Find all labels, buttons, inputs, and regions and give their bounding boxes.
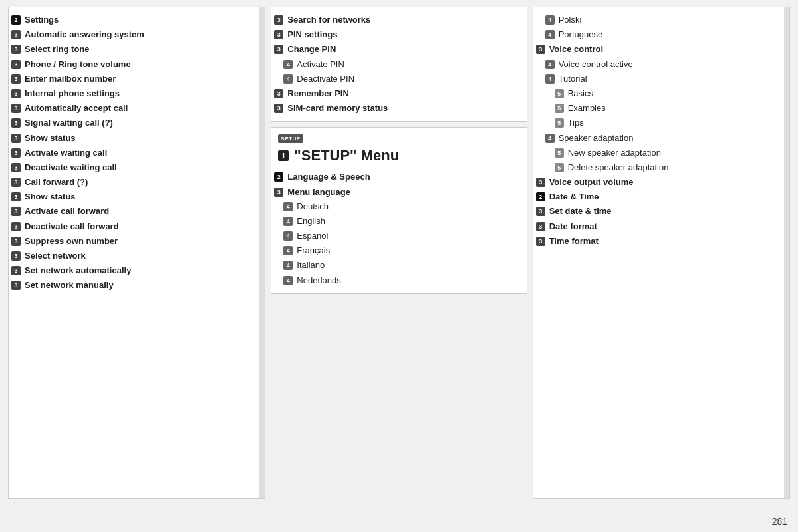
list-item: 3Select network xyxy=(9,249,265,263)
item-label: Deactivate waiting call xyxy=(25,162,117,174)
list-item: 3PIN settings xyxy=(271,27,526,42)
middle-column: 3Search for networks3PIN settings3Change… xyxy=(271,7,527,294)
item-label: Automatically accept call xyxy=(25,102,128,114)
level-badge: 4 xyxy=(545,60,555,69)
list-item: 3Call forward (?) xyxy=(9,175,265,190)
level-badge: 3 xyxy=(11,207,21,216)
list-item: 3Menu language xyxy=(271,185,526,200)
level-badge: 3 xyxy=(274,45,283,54)
setup-menu-items: 2Language & Speech3Menu language4Deutsch… xyxy=(271,170,526,288)
item-label: Activate PIN xyxy=(297,59,344,70)
level-badge: 4 xyxy=(545,15,555,25)
item-label: Activate call forward xyxy=(25,205,109,217)
level-badge: 5 xyxy=(555,148,564,158)
item-label: Deutsch xyxy=(297,201,329,213)
level-badge: 3 xyxy=(11,118,21,128)
item-label: Polski xyxy=(559,14,582,26)
level-badge: 3 xyxy=(11,266,21,275)
list-item: 3Remember PIN xyxy=(271,86,526,101)
item-label: PIN settings xyxy=(287,29,337,41)
item-label: Tips xyxy=(568,117,584,129)
list-item: 5Delete speaker adaptation xyxy=(533,160,789,175)
list-item: 3Time format xyxy=(533,234,789,249)
item-label: Español xyxy=(297,230,328,242)
item-label: Automatic answering system xyxy=(25,29,144,41)
level-badge: 3 xyxy=(536,178,545,187)
item-label: Voice output volume xyxy=(549,176,634,188)
item-label: Voice control active xyxy=(559,59,633,70)
list-item: 4Italiano xyxy=(271,258,526,273)
item-label: English xyxy=(297,215,325,227)
level-badge: 5 xyxy=(555,104,564,113)
item-label: Remember PIN xyxy=(287,88,348,100)
setup-header: SETUP xyxy=(271,128,526,147)
list-item: 5Tips xyxy=(533,116,789,130)
item-label: Phone / Ring tone volume xyxy=(25,59,131,70)
list-item: 3Deactivate waiting call xyxy=(9,160,265,175)
item-label: Nederlands xyxy=(297,275,341,287)
level-badge: 2 xyxy=(536,192,545,201)
level-badge: 3 xyxy=(11,237,21,246)
list-item: 4Activate PIN xyxy=(271,57,526,72)
level-badge: 4 xyxy=(283,231,293,241)
level-badge: 4 xyxy=(283,276,293,285)
item-label: Show status xyxy=(25,191,76,203)
item-label: Language & Speech xyxy=(287,171,370,183)
level-badge: 3 xyxy=(11,148,21,158)
level-badge: 4 xyxy=(283,74,293,84)
level-badge: 4 xyxy=(283,60,293,69)
list-item: 3Automatically accept call xyxy=(9,101,265,116)
level-badge: 3 xyxy=(274,188,283,197)
list-item: 3Select ring tone xyxy=(9,42,265,57)
list-item: 3Automatic answering system xyxy=(9,27,265,42)
list-item: 4Nederlands xyxy=(271,273,526,288)
list-item: 3Show status xyxy=(9,131,265,146)
right-column: 4Polski4Portuguese3Voice control4Voice c… xyxy=(533,7,790,499)
level-badge: 5 xyxy=(555,163,564,172)
level-badge: 4 xyxy=(283,246,293,255)
level-badge: 3 xyxy=(536,45,545,54)
list-item: 3Deactivate call forward xyxy=(9,219,265,234)
level-badge: 2 xyxy=(11,15,21,25)
list-item: 4Polski xyxy=(533,13,789,27)
item-label: Delete speaker adaptation xyxy=(568,162,669,174)
item-label: Menu language xyxy=(287,186,350,198)
item-label: Set network automatically xyxy=(25,265,131,277)
level-badge: 3 xyxy=(274,15,283,25)
item-label: Date format xyxy=(549,221,597,233)
setup-level1-badge: 1 xyxy=(278,150,289,161)
list-item: 4Français xyxy=(271,243,526,258)
level-badge: 4 xyxy=(283,261,293,270)
item-label: Français xyxy=(297,245,330,257)
list-item: 3Activate call forward xyxy=(9,204,265,219)
list-item: 3Set date & time xyxy=(533,204,789,219)
list-item: 4Voice control active xyxy=(533,57,789,72)
list-item: 3Date format xyxy=(533,219,789,234)
list-item: 3Internal phone settings xyxy=(9,86,265,101)
list-item: 3Enter mailbox number xyxy=(9,72,265,86)
level-badge: 5 xyxy=(555,89,564,98)
level-badge: 3 xyxy=(11,163,21,172)
level-badge: 3 xyxy=(11,45,21,54)
setup-icon-label: SETUP xyxy=(278,134,303,143)
item-label: Search for networks xyxy=(287,14,370,26)
list-item: 3Change PIN xyxy=(271,42,526,57)
level-badge: 3 xyxy=(274,89,283,98)
list-item: 2Language & Speech xyxy=(271,170,526,184)
list-item: 4Portuguese xyxy=(533,27,789,42)
item-label: SIM-card memory status xyxy=(287,102,388,114)
middle-top-menu: 3Search for networks3PIN settings3Change… xyxy=(271,13,526,116)
item-label: Select ring tone xyxy=(25,43,90,55)
item-label: Deactivate PIN xyxy=(297,73,354,85)
level-badge: 4 xyxy=(545,30,555,39)
list-item: 3Activate waiting call xyxy=(9,146,265,160)
list-item: 3Show status xyxy=(9,190,265,204)
item-label: Italiano xyxy=(297,259,325,271)
level-badge: 3 xyxy=(274,30,283,39)
level-badge: 3 xyxy=(536,222,545,231)
item-label: Change PIN xyxy=(287,43,336,55)
left-column: 2Settings3Automatic answering system3Sel… xyxy=(8,7,265,499)
level-badge: 3 xyxy=(11,281,21,290)
item-label: Call forward (?) xyxy=(25,176,88,188)
level-badge: 3 xyxy=(11,104,21,113)
